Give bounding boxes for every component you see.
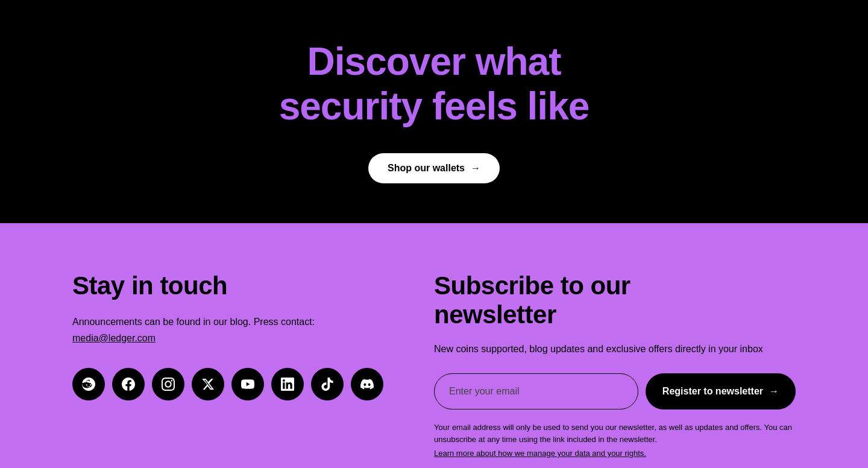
instagram-icon-button[interactable]: [152, 368, 184, 400]
hero-title: Discover what security feels like: [279, 40, 590, 128]
youtube-icon-button[interactable]: [231, 368, 264, 400]
x-twitter-icon-button[interactable]: [192, 368, 224, 400]
social-icons-row: [72, 368, 434, 400]
contact-text: Announcements can be found in our blog. …: [72, 315, 434, 329]
shop-wallets-button[interactable]: Shop our wallets →: [368, 153, 500, 183]
facebook-icon-button[interactable]: [112, 368, 145, 400]
reddit-icon-button[interactable]: [72, 368, 105, 400]
privacy-text: Your email address will only be used to …: [434, 422, 796, 447]
privacy-link[interactable]: Learn more about how we manage your data…: [434, 449, 796, 458]
hero-section: Discover what security feels like Shop o…: [0, 0, 868, 223]
linkedin-icon-button[interactable]: [271, 368, 304, 400]
register-newsletter-button[interactable]: Register to newsletter →: [646, 373, 796, 410]
subscribe-description: New coins supported, blog updates and ex…: [434, 342, 784, 356]
footer-section: Stay in touch Announcements can be found…: [0, 223, 868, 468]
footer-left: Stay in touch Announcements can be found…: [72, 271, 434, 458]
contact-email-link[interactable]: media@ledger.com: [72, 333, 434, 344]
email-input[interactable]: [434, 373, 638, 410]
tiktok-icon-button[interactable]: [311, 368, 344, 400]
stay-in-touch-title: Stay in touch: [72, 271, 434, 300]
footer-right: Subscribe to our newsletter New coins su…: [434, 271, 796, 458]
subscribe-title: Subscribe to our newsletter: [434, 271, 796, 330]
discord-icon-button[interactable]: [351, 368, 383, 400]
newsletter-form: Register to newsletter →: [434, 373, 796, 410]
